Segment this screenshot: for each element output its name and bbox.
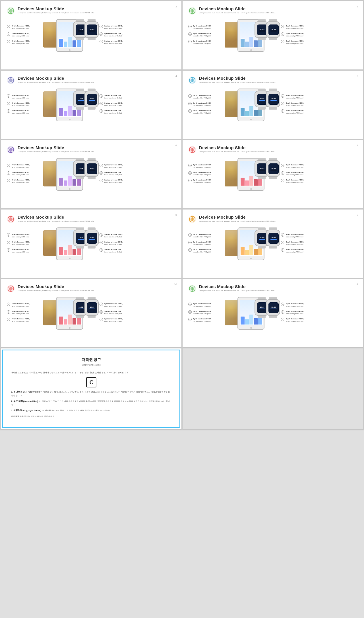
list-text: Synth chartreuse XOXO,tacos brooklyn VHS… xyxy=(104,32,123,37)
list-icon-0: ⚙ xyxy=(281,303,284,306)
slide-header: Devices Mockup Slide Letterpress next le… xyxy=(7,6,176,15)
list-text: Synth chartreuse XOXO,tacos brooklyn VHS… xyxy=(286,233,304,238)
list-icon-0: ⚙ xyxy=(100,233,103,237)
watch-mockup-2: 10:09 xyxy=(84,297,99,318)
slide-subtitle: Letterpress next level trust fund, befor… xyxy=(199,12,357,14)
slide-number: 2 xyxy=(175,5,177,8)
list-text: Synth chartreuse XOXO,tacos brooklyn VHS… xyxy=(286,179,304,184)
list-item: ≡ Synth chartreuse XOXO,tacos brooklyn V… xyxy=(100,40,131,45)
list-item: ≡ Synth chartreuse XOXO,tacos brooklyn V… xyxy=(188,109,220,114)
slide-number: 8 xyxy=(175,213,177,216)
slide-number: 9 xyxy=(357,213,358,216)
right-list: ⚙ Synth chartreuse XOXO,tacos brooklyn V… xyxy=(281,94,312,114)
device-mockup-area: 10:09 10:09 xyxy=(40,157,97,191)
list-item: ⚙ Synth chartreuse XOXO,tacos brooklyn V… xyxy=(188,164,220,169)
list-item: ≡ Synth chartreuse XOXO,tacos brooklyn V… xyxy=(188,179,220,184)
list-text: Synth chartreuse XOXO,tacos brooklyn VHS… xyxy=(286,40,304,45)
list-text: Synth chartreuse XOXO,tacos brooklyn VHS… xyxy=(104,171,123,176)
header-text: Devices Mockup Slide Letterpress next le… xyxy=(18,76,176,83)
right-list: ⚙ Synth chartreuse XOXO,tacos brooklyn V… xyxy=(281,233,312,253)
list-icon-0: ⚙ xyxy=(100,25,103,28)
left-list: ⚙ Synth chartreuse XOXO,tacos brooklyn V… xyxy=(7,25,38,45)
slide-grid: Devices Mockup Slide Letterpress next le… xyxy=(0,0,364,430)
device-mockup-area: 10:09 10:09 xyxy=(40,87,97,121)
list-text: Synth chartreuse XOXO,tacos brooklyn VHS… xyxy=(104,25,123,30)
list-item: ▤ Synth chartreuse XOXO,tacos brooklyn V… xyxy=(100,32,131,37)
list-text: Synth chartreuse XOXO,tacos brooklyn VHS… xyxy=(286,164,304,169)
list-icon-0: ⚙ xyxy=(188,233,192,237)
list-text: Synth chartreuse XOXO,tacos brooklyn VHS… xyxy=(104,164,123,169)
list-text: Synth chartreuse XOXO,tacos brooklyn VHS… xyxy=(12,25,30,30)
list-item: ⚙ Synth chartreuse XOXO,tacos brooklyn V… xyxy=(281,303,312,307)
list-text: Synth chartreuse XOXO,tacos brooklyn VHS… xyxy=(104,94,123,99)
list-item: ⚙ Synth chartreuse XOXO,tacos brooklyn V… xyxy=(281,25,312,30)
list-item: ⚙ Synth chartreuse XOXO,tacos brooklyn V… xyxy=(100,25,131,30)
slide-8: Devices Mockup Slide Letterpress next le… xyxy=(183,210,363,278)
list-text: Synth chartreuse XOXO,tacos brooklyn VHS… xyxy=(12,179,30,184)
right-list: ⚙ Synth chartreuse XOXO,tacos brooklyn V… xyxy=(281,25,312,45)
list-icon-1: ▤ xyxy=(100,32,103,36)
device-mockup-area: 10:09 10:09 xyxy=(40,18,97,52)
right-list: ⚙ Synth chartreuse XOXO,tacos brooklyn V… xyxy=(100,94,131,114)
list-icon-0: ⚙ xyxy=(7,94,10,98)
list-item: ▤ Synth chartreuse XOXO,tacos brooklyn V… xyxy=(7,102,38,107)
list-item: ⚙ Synth chartreuse XOXO,tacos brooklyn V… xyxy=(188,303,220,307)
list-item: ▤ Synth chartreuse XOXO,tacos brooklyn V… xyxy=(100,102,131,107)
list-text: Synth chartreuse XOXO,tacos brooklyn VHS… xyxy=(104,318,123,323)
slide-title: Devices Mockup Slide xyxy=(199,145,357,150)
list-icon-0: ⚙ xyxy=(7,303,10,306)
list-icon-0: ⚙ xyxy=(7,233,10,237)
list-icon-1: ▤ xyxy=(188,32,192,36)
list-icon-0: ⚙ xyxy=(188,94,192,98)
list-icon-1: ▤ xyxy=(100,241,103,244)
list-icon-2: ≡ xyxy=(281,179,284,182)
slide-header: Devices Mockup Slide Letterpress next le… xyxy=(7,76,176,84)
list-text: Synth chartreuse XOXO,tacos brooklyn VHS… xyxy=(12,94,30,99)
slide-header: Devices Mockup Slide Letterpress next le… xyxy=(188,284,357,293)
slide-number: 4 xyxy=(175,75,177,77)
list-item: ⚙ Synth chartreuse XOXO,tacos brooklyn V… xyxy=(100,94,131,99)
list-icon-2: ≡ xyxy=(7,40,10,43)
list-text: Synth chartreuse XOXO,tacos brooklyn VHS… xyxy=(193,109,211,114)
list-item: ≡ Synth chartreuse XOXO,tacos brooklyn V… xyxy=(100,109,131,114)
slide-content: ⚙ Synth chartreuse XOXO,tacos brooklyn V… xyxy=(7,18,176,52)
list-item: ▤ Synth chartreuse XOXO,tacos brooklyn V… xyxy=(188,241,220,246)
list-icon-0: ⚙ xyxy=(188,164,192,167)
slide-title: Devices Mockup Slide xyxy=(18,76,176,81)
list-text: Synth chartreuse XOXO,tacos brooklyn VHS… xyxy=(12,248,30,253)
device-mockup-area: 10:09 10:09 xyxy=(222,157,279,191)
header-text: Devices Mockup Slide Letterpress next le… xyxy=(199,76,357,83)
device-mockup-area: 10:09 10:09 xyxy=(40,295,97,330)
list-text: Synth chartreuse XOXO,tacos brooklyn VHS… xyxy=(104,248,123,253)
slide-title: Devices Mockup Slide xyxy=(18,145,176,150)
left-list: ⚙ Synth chartreuse XOXO,tacos brooklyn V… xyxy=(188,94,220,114)
copyright-title: 저작권 공고 xyxy=(11,357,171,362)
list-item: ≡ Synth chartreuse XOXO,tacos brooklyn V… xyxy=(281,318,312,323)
list-icon-1: ▤ xyxy=(7,171,10,175)
list-icon-2: ≡ xyxy=(7,109,10,113)
left-list: ⚙ Synth chartreuse XOXO,tacos brooklyn V… xyxy=(188,233,220,253)
list-icon-2: ≡ xyxy=(100,40,103,43)
list-item: ⚙ Synth chartreuse XOXO,tacos brooklyn V… xyxy=(100,303,131,307)
left-list: ⚙ Synth chartreuse XOXO,tacos brooklyn V… xyxy=(7,164,38,184)
list-text: Synth chartreuse XOXO,tacos brooklyn VHS… xyxy=(12,303,30,307)
slide-content: ⚙ Synth chartreuse XOXO,tacos brooklyn V… xyxy=(7,87,176,121)
list-text: Synth chartreuse XOXO,tacos brooklyn VHS… xyxy=(12,32,30,37)
slide-1: Devices Mockup Slide Letterpress next le… xyxy=(1,1,181,69)
device-mockup-area: 10:09 10:09 xyxy=(222,18,279,52)
slide-title: Devices Mockup Slide xyxy=(199,76,357,81)
list-icon-2: ≡ xyxy=(100,248,103,252)
slide-content: ⚙ Synth chartreuse XOXO,tacos brooklyn V… xyxy=(7,295,176,330)
list-icon-0: ⚙ xyxy=(281,164,284,167)
device-mockup-area: 10:09 10:09 xyxy=(222,226,279,260)
slide-subtitle: Letterpress next level trust fund, befor… xyxy=(18,290,176,292)
watch-mockup-2: 10:09 xyxy=(266,297,280,318)
right-list: ⚙ Synth chartreuse XOXO,tacos brooklyn V… xyxy=(100,303,131,323)
list-icon-1: ▤ xyxy=(7,241,10,244)
list-text: Synth chartreuse XOXO,tacos brooklyn VHS… xyxy=(104,241,123,246)
logo-icon xyxy=(7,76,15,84)
list-text: Synth chartreuse XOXO,tacos brooklyn VHS… xyxy=(193,94,211,99)
slide-5: Devices Mockup Slide Letterpress next le… xyxy=(1,140,181,208)
list-icon-1: ▤ xyxy=(281,32,284,36)
list-item: ⚙ Synth chartreuse XOXO,tacos brooklyn V… xyxy=(100,233,131,238)
